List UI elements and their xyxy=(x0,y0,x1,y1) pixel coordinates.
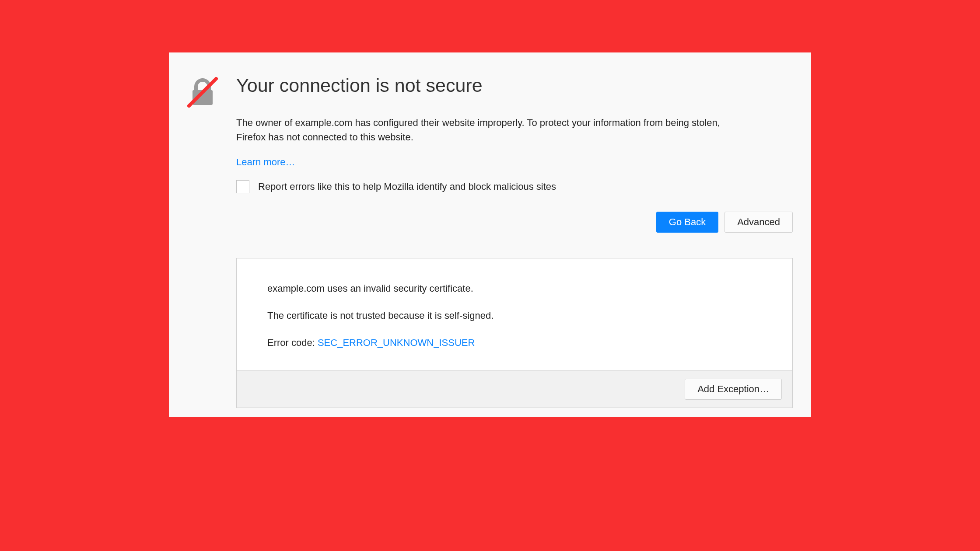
content-column: Your connection is not secure The owner … xyxy=(236,74,793,417)
certificate-details-body: example.com uses an invalid security cer… xyxy=(237,258,792,370)
cert-self-signed-line: The certificate is not trusted because i… xyxy=(267,310,762,321)
add-exception-button[interactable]: Add Exception… xyxy=(685,379,782,400)
report-errors-checkbox[interactable] xyxy=(236,180,249,193)
go-back-button[interactable]: Go Back xyxy=(656,212,718,233)
advanced-button[interactable]: Advanced xyxy=(724,212,793,233)
spacer xyxy=(236,408,793,417)
insecure-lock-icon xyxy=(187,77,218,108)
cert-invalid-line: example.com uses an invalid security cer… xyxy=(267,283,762,294)
certificate-details-box: example.com uses an invalid security cer… xyxy=(236,258,793,408)
learn-more-link[interactable]: Learn more… xyxy=(236,157,295,168)
error-code-link[interactable]: SEC_ERROR_UNKNOWN_ISSUER xyxy=(318,337,475,348)
button-row: Go Back Advanced xyxy=(236,212,793,233)
report-errors-label: Report errors like this to help Mozilla … xyxy=(258,181,556,192)
page-title: Your connection is not secure xyxy=(236,74,793,97)
error-code-label: Error code: xyxy=(267,337,318,348)
warning-description: The owner of example.com has configured … xyxy=(236,115,731,144)
cert-error-code-line: Error code: SEC_ERROR_UNKNOWN_ISSUER xyxy=(267,337,762,349)
header-row: Your connection is not secure The owner … xyxy=(187,74,793,417)
certificate-footer: Add Exception… xyxy=(237,370,792,408)
security-warning-panel: Your connection is not secure The owner … xyxy=(169,52,811,417)
report-errors-row: Report errors like this to help Mozilla … xyxy=(236,180,793,193)
